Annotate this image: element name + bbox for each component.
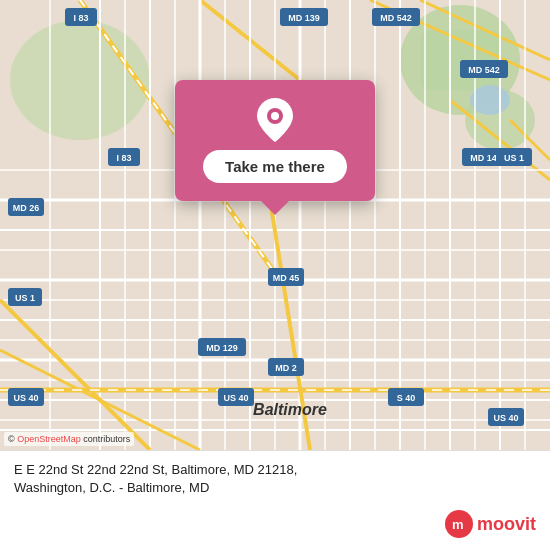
map-background: I 83 I 83 MD 139 MD 542 MD 542 MD 147 US…	[0, 0, 550, 450]
svg-text:S 40: S 40	[397, 393, 416, 403]
svg-text:I 83: I 83	[73, 13, 88, 23]
moovit-logo: m moovit	[445, 510, 536, 538]
svg-point-84	[271, 112, 279, 120]
bottom-bar: E E 22nd St 22nd 22nd St, Baltimore, MD …	[0, 450, 550, 550]
svg-text:MD 129: MD 129	[206, 343, 238, 353]
map-container: I 83 I 83 MD 139 MD 542 MD 542 MD 147 US…	[0, 0, 550, 450]
svg-point-1	[10, 20, 150, 140]
map-attribution: © OpenStreetMap contributors	[4, 432, 134, 446]
address-line1: E E 22nd St 22nd 22nd St, Baltimore, MD …	[14, 461, 536, 479]
osm-link[interactable]: OpenStreetMap	[17, 434, 81, 444]
svg-text:Baltimore: Baltimore	[253, 401, 327, 418]
svg-text:I 83: I 83	[116, 153, 131, 163]
svg-text:US 40: US 40	[13, 393, 38, 403]
svg-text:US 1: US 1	[15, 293, 35, 303]
address-line2: Washington, D.C. - Baltimore, MD	[14, 479, 536, 497]
svg-text:US 40: US 40	[223, 393, 248, 403]
take-me-there-button[interactable]: Take me there	[203, 150, 347, 183]
svg-text:MD 542: MD 542	[380, 13, 412, 23]
svg-point-5	[470, 85, 510, 115]
moovit-text-moo: moo	[477, 514, 515, 534]
moovit-m-icon: m	[445, 510, 473, 538]
osm-contributors: contributors	[81, 434, 131, 444]
svg-text:MD 45: MD 45	[273, 273, 300, 283]
svg-text:US 1: US 1	[504, 153, 524, 163]
location-pin-icon	[257, 98, 293, 142]
osm-copyright: ©	[8, 434, 17, 444]
svg-text:MD 26: MD 26	[13, 203, 40, 213]
moovit-wordmark: moovit	[477, 514, 536, 535]
svg-text:US 40: US 40	[493, 413, 518, 423]
popup-card: Take me there	[175, 80, 375, 201]
svg-text:m: m	[452, 517, 464, 532]
svg-text:MD 2: MD 2	[275, 363, 297, 373]
moovit-text-vit: vit	[515, 514, 536, 534]
svg-text:MD 139: MD 139	[288, 13, 320, 23]
svg-text:MD 542: MD 542	[468, 65, 500, 75]
